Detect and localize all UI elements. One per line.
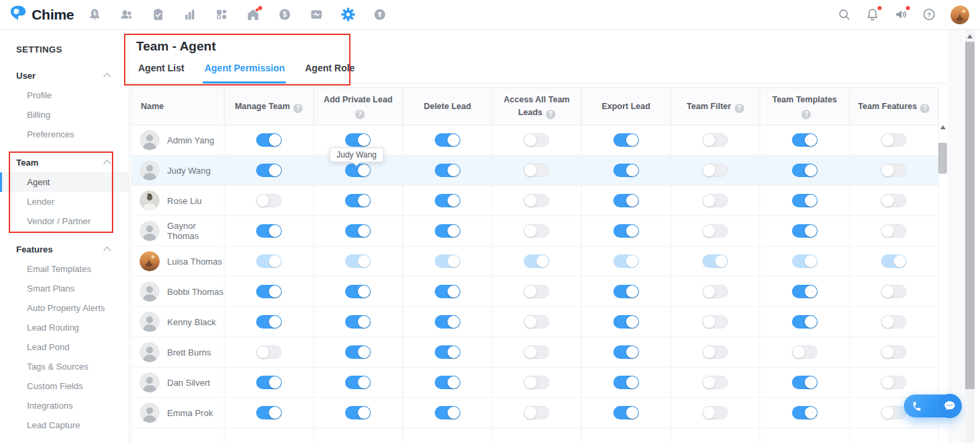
toggle-team-templates[interactable]: [792, 376, 818, 389]
toggle-access-all-team-leads[interactable]: [524, 285, 549, 298]
toggle-team-templates[interactable]: [792, 345, 818, 359]
toggle-export-lead[interactable]: [613, 254, 639, 268]
sidebar-item-smart-plans[interactable]: Smart Plans: [0, 279, 129, 298]
toggle-manage-team[interactable]: [256, 164, 282, 177]
toggle-add-private-lead[interactable]: [345, 406, 371, 419]
toggle-team-features[interactable]: [881, 194, 907, 207]
toggle-team-features[interactable]: [881, 285, 907, 298]
help-icon[interactable]: ?: [293, 104, 303, 113]
table-scrollbar[interactable]: [938, 125, 947, 174]
sidebar-item-vendor-partner[interactable]: Vendor / Partner: [0, 211, 129, 231]
user-avatar[interactable]: [950, 5, 969, 24]
phone-icon[interactable]: [911, 401, 923, 412]
toggle-access-all-team-leads[interactable]: [524, 315, 549, 329]
toggle-delete-lead[interactable]: [435, 194, 460, 207]
toggle-team-features[interactable]: [881, 345, 907, 359]
toggle-team-filter[interactable]: [702, 376, 728, 389]
toggle-access-all-team-leads[interactable]: [524, 194, 549, 207]
sidebar-section-features[interactable]: Features: [0, 239, 129, 259]
toggle-add-private-lead[interactable]: [345, 315, 371, 329]
reports-icon[interactable]: [183, 7, 197, 22]
toggle-add-private-lead[interactable]: [345, 224, 371, 238]
sidebar-item-lead-capture[interactable]: Lead Capture: [0, 415, 129, 435]
table-scrollbar-thumb[interactable]: [938, 143, 947, 174]
toggle-delete-lead[interactable]: [435, 164, 460, 177]
toggle-access-all-team-leads[interactable]: [524, 406, 549, 419]
help-icon[interactable]: ?: [546, 110, 555, 119]
toggle-export-lead[interactable]: [613, 345, 639, 359]
chime-logo[interactable]: Chime: [9, 5, 82, 25]
toggle-access-all-team-leads[interactable]: [524, 164, 549, 177]
toggle-delete-lead[interactable]: [435, 133, 460, 147]
settings-icon[interactable]: [341, 7, 355, 22]
toggle-team-templates[interactable]: [792, 315, 818, 329]
help-icon[interactable]: ?: [801, 110, 811, 119]
toggle-team-filter[interactable]: [702, 133, 728, 147]
toggle-delete-lead[interactable]: [435, 345, 460, 359]
sidebar-item-tags-sources[interactable]: Tags & Sources: [0, 357, 129, 376]
toggle-team-filter[interactable]: [702, 224, 728, 238]
toggle-team-filter[interactable]: [702, 194, 728, 207]
toggle-add-private-lead[interactable]: [345, 194, 371, 207]
chat-icon[interactable]: [938, 394, 962, 418]
toggle-export-lead[interactable]: [613, 376, 639, 389]
apps-icon[interactable]: [214, 7, 228, 22]
toggle-team-filter[interactable]: [702, 254, 728, 268]
notifications-icon[interactable]: [865, 7, 880, 22]
toggle-access-all-team-leads[interactable]: [524, 345, 549, 359]
toggle-delete-lead[interactable]: [435, 254, 460, 268]
dollar-icon[interactable]: $: [278, 7, 292, 22]
toggle-delete-lead[interactable]: [435, 315, 460, 329]
home-icon[interactable]: [246, 7, 260, 22]
toggle-team-features[interactable]: [881, 315, 907, 329]
sidebar-item-agent[interactable]: Agent: [0, 172, 129, 192]
contact-widget[interactable]: [904, 395, 960, 417]
toggle-team-templates[interactable]: [792, 224, 818, 238]
sidebar-item-custom-fields[interactable]: Custom Fields: [0, 376, 129, 396]
toggle-access-all-team-leads[interactable]: [524, 133, 549, 147]
bell-dollar-icon[interactable]: $: [88, 7, 102, 22]
people-icon[interactable]: [119, 7, 133, 22]
toggle-manage-team[interactable]: [256, 376, 282, 389]
toggle-add-private-lead[interactable]: [345, 285, 371, 298]
toggle-access-all-team-leads[interactable]: [524, 254, 549, 268]
tab-agent-role[interactable]: Agent Role: [303, 63, 356, 83]
toggle-delete-lead[interactable]: [435, 285, 460, 298]
help-icon[interactable]: ?: [922, 7, 936, 22]
sidebar-section-user[interactable]: User: [0, 65, 129, 86]
toggle-add-private-lead[interactable]: [345, 376, 371, 389]
toggle-team-templates[interactable]: [792, 406, 818, 419]
toggle-team-features[interactable]: [881, 254, 907, 268]
sidebar-item-lead-pond[interactable]: Lead Pond: [0, 337, 129, 357]
toggle-export-lead[interactable]: [613, 315, 639, 329]
toggle-team-templates[interactable]: [792, 133, 818, 147]
toggle-export-lead[interactable]: [613, 133, 639, 147]
page-scrollbar[interactable]: [965, 30, 975, 443]
sidebar-item-auto-property-alerts[interactable]: Auto Property Alerts: [0, 298, 129, 318]
toggle-access-all-team-leads[interactable]: [524, 376, 549, 389]
page-scroll-up-arrow-icon[interactable]: [967, 34, 973, 38]
toggle-delete-lead[interactable]: [435, 406, 460, 419]
sidebar-item-integrations[interactable]: Integrations: [0, 396, 129, 415]
page-scrollbar-thumb[interactable]: [965, 42, 975, 389]
toggle-team-templates[interactable]: [792, 254, 818, 268]
tab-agent-permission[interactable]: Agent Permission: [203, 63, 286, 83]
toggle-delete-lead[interactable]: [435, 224, 460, 238]
toggle-manage-team[interactable]: [256, 285, 282, 298]
announcements-icon[interactable]: [894, 7, 908, 22]
toggle-export-lead[interactable]: [613, 164, 639, 177]
toggle-team-filter[interactable]: [702, 164, 728, 177]
toggle-team-templates[interactable]: [792, 164, 818, 177]
sidebar-item-profile[interactable]: Profile: [0, 86, 129, 105]
help-icon[interactable]: ?: [355, 110, 365, 119]
toggle-team-templates[interactable]: [792, 194, 818, 207]
toggle-team-features[interactable]: [881, 133, 907, 147]
help-icon[interactable]: ?: [735, 104, 744, 113]
toggle-add-private-lead[interactable]: [345, 254, 371, 268]
toggle-manage-team[interactable]: [256, 254, 282, 268]
toggle-export-lead[interactable]: [613, 285, 639, 298]
toggle-access-all-team-leads[interactable]: [524, 224, 549, 238]
toggle-team-filter[interactable]: [702, 315, 728, 329]
toggle-team-filter[interactable]: [702, 406, 728, 419]
toggle-manage-team[interactable]: [256, 345, 282, 359]
